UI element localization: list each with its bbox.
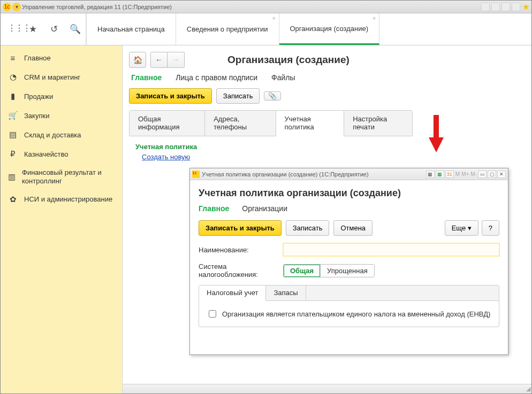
bars-icon: ▥: [8, 172, 16, 182]
envd-label: Организация является плательщиком единог…: [222, 310, 490, 318]
dialog-subnav-orgs[interactable]: Организации: [242, 204, 287, 213]
attach-button[interactable]: 📎: [264, 91, 281, 101]
calendar-icon[interactable]: 31: [445, 171, 454, 178]
chevron-down-icon: ▾: [468, 224, 472, 232]
section-title: Учетная политика: [135, 143, 525, 151]
accounting-policy-dialog: 1c Учетная политика организации (создани…: [189, 168, 508, 355]
close-icon[interactable]: ✕: [497, 171, 506, 178]
sidebar-item-finresult[interactable]: ▥Финансовый результат и контроллинг: [1, 164, 122, 190]
sidebar-label: Продажи: [24, 92, 53, 101]
history-icon[interactable]: ↺: [43, 13, 65, 45]
status-bar: ◢: [123, 384, 531, 393]
inner-tab-stock[interactable]: Запасы: [266, 285, 306, 300]
save-button[interactable]: Записать: [216, 88, 260, 104]
envd-checkbox[interactable]: [209, 310, 216, 318]
more-label: Еще: [452, 224, 466, 232]
maximize-icon[interactable]: ▢: [488, 171, 496, 178]
sidebar-item-nsi[interactable]: ✿НСИ и администрирование: [1, 190, 122, 209]
inner-tab-tax[interactable]: Налоговый учет: [199, 285, 266, 301]
page-subnav: Главное Лица с правом подписи Файлы: [131, 73, 525, 82]
tax-simple-option[interactable]: Упрощенная: [320, 265, 374, 277]
apps-icon[interactable]: [1, 13, 22, 45]
dialog-help-button[interactable]: ?: [482, 220, 499, 236]
sidebar-label: Склад и доставка: [24, 131, 81, 139]
home-button[interactable]: 🏠: [129, 52, 146, 68]
sidebar: ≡Главное ◔CRM и маркетинг ▮Продажи 🛒Заку…: [1, 45, 123, 393]
sys-btn-3[interactable]: [501, 3, 510, 11]
m-minus-label: M-: [470, 171, 477, 177]
favorite-icon[interactable]: ★: [522, 2, 529, 12]
name-label: Наименование:: [199, 246, 279, 254]
tab-accounting-policy[interactable]: Учетная политика: [276, 111, 345, 136]
tab-organization[interactable]: Организация (создание)×: [279, 13, 380, 45]
dropdown-icon[interactable]: ▾: [12, 3, 21, 11]
window-title: Управление торговлей, редакция 11 (1С:Пр…: [22, 4, 172, 10]
menu-icon: ≡: [8, 53, 18, 63]
subnav-main[interactable]: Главное: [131, 73, 162, 82]
sidebar-item-crm[interactable]: ◔CRM и маркетинг: [1, 67, 122, 87]
close-icon[interactable]: ×: [272, 16, 276, 21]
subnav-signers[interactable]: Лица с правом подписи: [176, 73, 257, 82]
sidebar-label: Казначейство: [24, 150, 68, 158]
sidebar-label: НСИ и администрирование: [24, 195, 112, 204]
minimize-icon[interactable]: ▭: [478, 171, 487, 178]
resize-grip-icon[interactable]: ◢: [526, 385, 530, 392]
search-icon[interactable]: 🔍: [65, 13, 86, 45]
tax-system-label: Система налогообложения:: [199, 262, 279, 279]
sidebar-item-main[interactable]: ≡Главное: [1, 49, 122, 67]
m-label: M: [455, 171, 460, 177]
sidebar-item-sales[interactable]: ▮Продажи: [1, 87, 122, 106]
dialog-save-close-button[interactable]: Записать и закрыть: [199, 220, 282, 236]
tab-home[interactable]: Начальная страница: [87, 13, 176, 45]
tool-icon[interactable]: ▦: [426, 171, 435, 178]
dialog-title: Учетная политика организации (создание): [199, 188, 499, 199]
gear-icon: ✿: [8, 195, 18, 204]
sidebar-label: Закупки: [24, 112, 49, 120]
sys-btn-2[interactable]: [491, 3, 500, 11]
close-icon[interactable]: ×: [373, 16, 376, 21]
subnav-files[interactable]: Файлы: [271, 73, 295, 82]
calc-icon[interactable]: ▦: [436, 171, 444, 178]
page-title: Организация (создание): [227, 54, 349, 66]
dialog-titlebar: 1c Учетная политика организации (создани…: [190, 168, 508, 180]
sidebar-label: Финансовый результат и контроллинг: [22, 168, 115, 185]
dialog-cancel-button[interactable]: Отмена: [333, 220, 373, 236]
sidebar-item-warehouse[interactable]: ▤Склад и доставка: [1, 125, 122, 144]
svg-rect-0: [434, 115, 439, 139]
tax-general-option[interactable]: Общая: [284, 265, 320, 277]
tab-home-label: Начальная страница: [97, 25, 165, 33]
tab-info-label: Сведения о предприятии: [187, 25, 268, 33]
app-icon: 1c: [192, 171, 200, 178]
page-tabs: Общая информация Адреса, телефоны Учетна…: [129, 110, 413, 136]
cart-icon: 🛒: [8, 111, 18, 120]
sys-btn-1[interactable]: [481, 3, 490, 11]
name-input[interactable]: [283, 243, 499, 256]
create-new-link[interactable]: Создать новую: [142, 153, 190, 161]
tab-enterprise-info[interactable]: Сведения о предприятии×: [176, 13, 279, 45]
sidebar-item-purchases[interactable]: 🛒Закупки: [1, 106, 122, 125]
tab-general[interactable]: Общая информация: [130, 111, 205, 136]
top-toolbar: ★ ↺ 🔍 Начальная страница Сведения о пред…: [1, 13, 531, 45]
tab-print-setup[interactable]: Настройка печати: [344, 111, 412, 136]
chart-icon: ◔: [8, 72, 18, 82]
sys-btn-4[interactable]: [512, 3, 520, 11]
dialog-save-button[interactable]: Записать: [286, 220, 330, 236]
tab-org-label: Организация (создание): [290, 25, 369, 33]
save-close-button[interactable]: Записать и закрыть: [129, 88, 212, 104]
dialog-subnav-main[interactable]: Главное: [199, 204, 229, 213]
back-button[interactable]: ←: [150, 52, 168, 68]
tax-system-toggle: Общая Упрощенная: [283, 264, 375, 277]
tab-addresses[interactable]: Адреса, телефоны: [205, 111, 276, 136]
dialog-subnav: Главное Организации: [199, 204, 499, 213]
dialog-window-title: Учетная политика организации (создание) …: [202, 171, 369, 177]
sidebar-label: Главное: [24, 54, 51, 62]
app-icon: 1c: [3, 3, 11, 11]
dialog-more-button[interactable]: Еще ▾: [445, 220, 478, 236]
warehouse-icon: ▤: [8, 130, 18, 140]
sidebar-label: CRM и маркетинг: [24, 73, 80, 81]
sidebar-item-treasury[interactable]: ₽Казначейство: [1, 144, 122, 164]
dialog-inner-tabs: Налоговый учет Запасы Организация являет…: [199, 285, 499, 327]
sales-icon: ▮: [8, 91, 18, 101]
ruble-icon: ₽: [8, 149, 18, 159]
m-plus-label: M+: [461, 171, 469, 177]
